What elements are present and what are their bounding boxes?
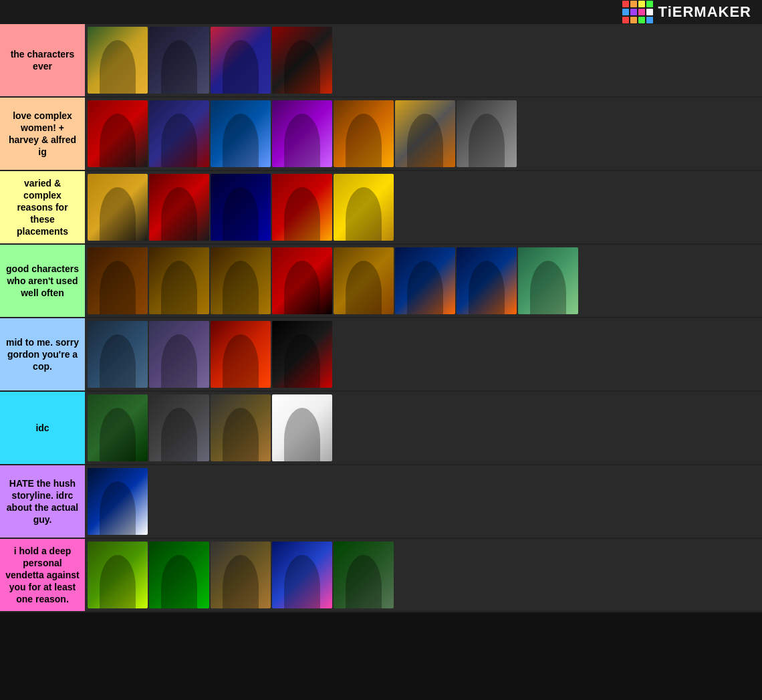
tier-label-tier-f: HATE the hush storyline. idrc about the … <box>0 465 85 538</box>
tier-card[interactable] <box>395 100 455 167</box>
logo-cell <box>638 1 645 7</box>
tier-card[interactable] <box>272 174 332 241</box>
tier-card[interactable] <box>149 247 209 314</box>
tier-card[interactable] <box>272 100 332 167</box>
tier-card[interactable] <box>272 394 332 461</box>
tier-row-tier-b: varied & complex reasons for these place… <box>0 171 762 245</box>
tier-items-tier-g <box>85 539 762 611</box>
tier-card[interactable] <box>88 100 148 167</box>
tier-items-tier-s <box>85 24 762 96</box>
tier-label-tier-a: love complex women! + harvey & alfred ig <box>0 98 85 170</box>
tier-card[interactable] <box>88 542 148 608</box>
tier-row-tier-c: good characters who aren't used well oft… <box>0 245 762 318</box>
tier-items-tier-b <box>85 171 762 243</box>
tier-card[interactable] <box>211 27 271 94</box>
tier-card[interactable] <box>457 100 517 167</box>
tier-card[interactable] <box>88 321 148 388</box>
tier-row-tier-s: the characters ever <box>0 24 762 98</box>
tier-card[interactable] <box>88 174 148 241</box>
tier-card[interactable] <box>272 27 332 94</box>
logo-grid-icon <box>622 1 653 23</box>
tier-card[interactable] <box>457 247 517 314</box>
tier-card[interactable] <box>211 174 271 241</box>
tier-card[interactable] <box>211 321 271 388</box>
tier-label-tier-s: the characters ever <box>0 24 85 96</box>
logo-cell <box>622 9 629 15</box>
tier-items-tier-a <box>85 98 762 170</box>
tier-card[interactable] <box>334 100 394 167</box>
tier-card[interactable] <box>211 394 271 461</box>
tier-row-tier-e: idc <box>0 392 762 465</box>
logo-cell <box>638 9 645 15</box>
logo-cell <box>646 1 653 7</box>
tier-label-tier-e: idc <box>0 392 85 464</box>
tier-card[interactable] <box>395 247 455 314</box>
tier-card[interactable] <box>88 394 148 461</box>
tier-card[interactable] <box>211 100 271 167</box>
logo-cell <box>646 17 653 23</box>
tier-label-tier-c: good characters who aren't used well oft… <box>0 245 85 317</box>
tier-card[interactable] <box>149 174 209 241</box>
tier-card[interactable] <box>272 321 332 388</box>
tier-label-tier-d: mid to me. sorry gordon you're a cop. <box>0 318 85 390</box>
tier-row-tier-a: love complex women! + harvey & alfred ig <box>0 98 762 171</box>
tier-card[interactable] <box>88 468 148 535</box>
tier-card[interactable] <box>88 27 148 94</box>
logo-cell <box>638 17 645 23</box>
tier-card[interactable] <box>211 542 271 608</box>
tier-card[interactable] <box>334 247 394 314</box>
tier-card[interactable] <box>149 394 209 461</box>
logo-cell <box>622 1 629 7</box>
logo-cell <box>630 17 637 23</box>
logo-cell <box>630 9 637 15</box>
tier-row-tier-d: mid to me. sorry gordon you're a cop. <box>0 318 762 392</box>
tiermaker-logo: TiERMAKER <box>622 1 751 23</box>
tier-card[interactable] <box>149 542 209 608</box>
tier-card[interactable] <box>334 174 394 241</box>
tier-container: the characters everlove complex women! +… <box>0 24 762 612</box>
tier-row-tier-g: i hold a deep personal vendetta against … <box>0 539 762 612</box>
tier-items-tier-e <box>85 392 762 464</box>
tier-label-tier-g: i hold a deep personal vendetta against … <box>0 539 85 611</box>
tier-card[interactable] <box>149 100 209 167</box>
tier-card[interactable] <box>272 542 332 608</box>
tier-card[interactable] <box>518 247 578 314</box>
header: TiERMAKER <box>0 0 762 24</box>
logo-cell <box>630 1 637 7</box>
tier-items-tier-c <box>85 245 762 317</box>
logo-cell <box>622 17 629 23</box>
tier-card[interactable] <box>211 247 271 314</box>
tier-items-tier-d <box>85 318 762 390</box>
tier-card[interactable] <box>149 321 209 388</box>
tier-card[interactable] <box>272 247 332 314</box>
logo-title: TiERMAKER <box>658 3 751 21</box>
tier-card[interactable] <box>149 27 209 94</box>
tier-label-tier-b: varied & complex reasons for these place… <box>0 171 85 243</box>
tier-row-tier-f: HATE the hush storyline. idrc about the … <box>0 465 762 539</box>
logo-cell <box>646 9 653 15</box>
tier-items-tier-f <box>85 465 762 538</box>
tier-card[interactable] <box>88 247 148 314</box>
tier-card[interactable] <box>334 542 394 608</box>
